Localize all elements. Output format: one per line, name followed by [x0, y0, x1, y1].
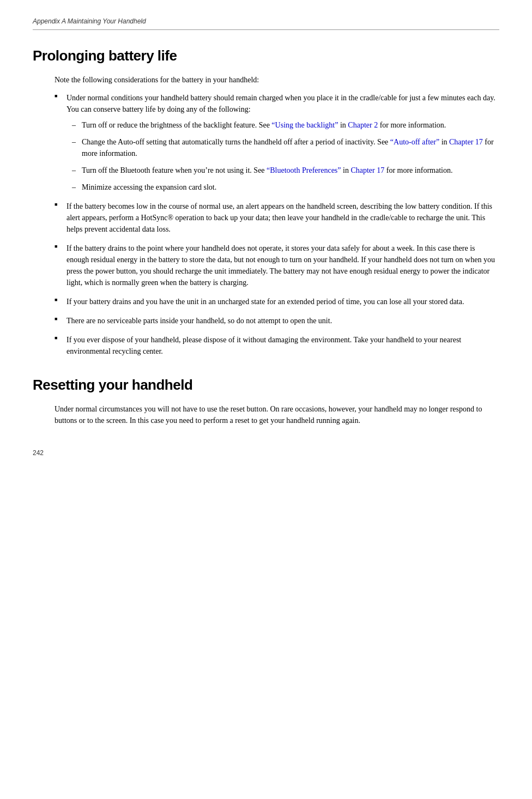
- list-item: Turn off or reduce the brightness of the…: [72, 119, 499, 131]
- link-chapter17-bluetooth[interactable]: Chapter 17: [350, 166, 384, 174]
- bullet6-text: If you ever dispose of your handheld, pl…: [66, 336, 461, 355]
- link-chapter2[interactable]: Chapter 2: [348, 121, 378, 129]
- list-item: If your battery drains and you have the …: [55, 296, 499, 307]
- section1-intro: Note the following considerations for th…: [55, 74, 499, 86]
- bullet4-text: If your battery drains and you have the …: [66, 298, 464, 306]
- page-number: 242: [33, 448, 499, 458]
- page: Appendix A Maintaining Your Handheld Pro…: [0, 0, 532, 491]
- link-bluetooth-prefs[interactable]: “Bluetooth Preferences”: [267, 166, 341, 174]
- list-item: If the battery drains to the point where…: [55, 243, 499, 288]
- link-using-backlight[interactable]: “Using the backlight”: [271, 121, 338, 129]
- section2-title: Resetting your handheld: [33, 374, 499, 396]
- page-header: Appendix A Maintaining Your Handheld: [33, 16, 499, 30]
- sub-bullet-list: Turn off or reduce the brightness of the…: [72, 119, 499, 193]
- bullet3-text: If the battery drains to the point where…: [66, 244, 495, 287]
- bullet5-text: There are no serviceable parts inside yo…: [66, 317, 332, 325]
- list-item: Change the Auto-off setting that automat…: [72, 136, 499, 159]
- section1-title: Prolonging battery life: [33, 45, 499, 66]
- list-item: There are no serviceable parts inside yo…: [55, 315, 499, 326]
- list-item: Turn off the Bluetooth feature when you’…: [72, 165, 499, 176]
- section2-intro: Under normal circumstances you will not …: [55, 403, 499, 426]
- sub-bullet1-text: Turn off or reduce the brightness of the…: [82, 121, 446, 129]
- sub-bullet3-text: Turn off the Bluetooth feature when you’…: [82, 166, 452, 174]
- sub-bullet2-text: Change the Auto-off setting that automat…: [82, 138, 494, 158]
- list-item: If you ever dispose of your handheld, pl…: [55, 334, 499, 357]
- bullet2-text: If the battery becomes low in the course…: [66, 202, 492, 233]
- link-auto-off[interactable]: “Auto-off after”: [390, 138, 439, 146]
- sub-bullet4-text: Minimize accessing the expansion card sl…: [82, 183, 216, 191]
- list-item: Under normal conditions your handheld ba…: [55, 92, 499, 193]
- section2-container: Resetting your handheld Under normal cir…: [33, 374, 499, 426]
- header-text: Appendix A Maintaining Your Handheld: [33, 16, 146, 26]
- list-item: Minimize accessing the expansion card sl…: [72, 181, 499, 193]
- list-item: If the battery becomes low in the course…: [55, 201, 499, 235]
- section1-bullet-list: Under normal conditions your handheld ba…: [55, 92, 499, 357]
- link-chapter17-autooff[interactable]: Chapter 17: [449, 138, 483, 146]
- bullet1-text: Under normal conditions your handheld ba…: [66, 94, 495, 113]
